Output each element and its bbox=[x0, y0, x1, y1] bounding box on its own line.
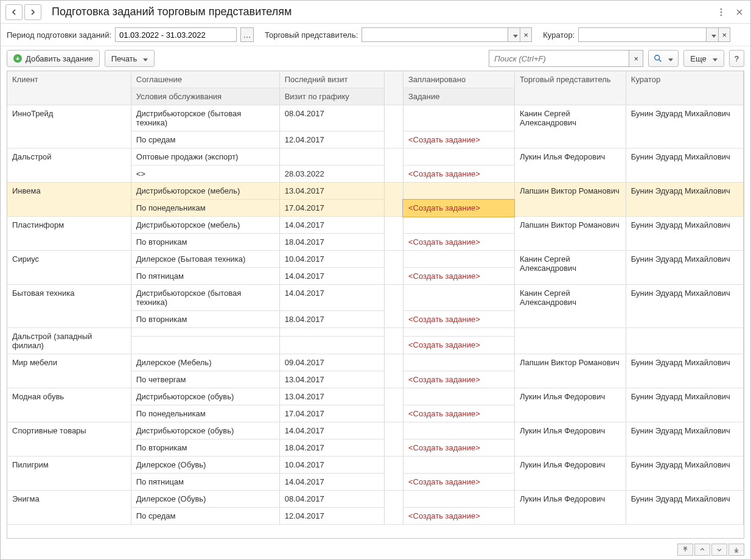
cell[interactable] bbox=[403, 285, 514, 311]
cell[interactable] bbox=[385, 422, 403, 457]
forward-button[interactable] bbox=[24, 4, 41, 20]
col-curator[interactable]: Куратор bbox=[626, 71, 743, 105]
cell[interactable]: Модная обувь bbox=[7, 388, 131, 422]
cell[interactable]: Бунин Эдуард Михайлович bbox=[626, 285, 743, 328]
cell[interactable]: 09.04.2017 bbox=[279, 354, 385, 371]
cell[interactable]: Дальстрой (западный филиал) bbox=[7, 328, 131, 354]
cell[interactable] bbox=[626, 328, 743, 354]
back-button[interactable] bbox=[5, 4, 23, 20]
cell[interactable]: 08.04.2017 bbox=[279, 491, 385, 508]
create-task-link[interactable]: <Создать задание> bbox=[403, 508, 514, 525]
table-row[interactable]: ПилигримДилерское (Обувь)10.04.2017Лукин… bbox=[7, 457, 744, 474]
create-task-link[interactable]: <Создать задание> bbox=[403, 439, 514, 457]
create-task-link[interactable]: <Создать задание> bbox=[403, 131, 514, 149]
cell[interactable]: Дистрибьюторское (бытовая техника) bbox=[131, 285, 279, 311]
cell[interactable]: Дистрибьюторское (бытовая техника) bbox=[131, 105, 279, 131]
cell[interactable]: Лукин Илья Федорович bbox=[514, 457, 626, 491]
cell[interactable]: 17.04.2017 bbox=[279, 200, 385, 217]
create-task-link[interactable]: <Создать задание> bbox=[403, 405, 514, 422]
cell[interactable]: 14.04.2017 bbox=[279, 217, 385, 234]
cell[interactable] bbox=[403, 183, 514, 200]
col-rep[interactable]: Торговый представитель bbox=[514, 71, 626, 105]
cell[interactable]: По понедельникам bbox=[131, 405, 279, 422]
cell[interactable] bbox=[403, 457, 514, 474]
cell[interactable]: По пятницам bbox=[131, 268, 279, 285]
cell[interactable]: 28.03.2022 bbox=[279, 166, 385, 183]
cell[interactable]: 14.04.2017 bbox=[279, 422, 385, 439]
cell[interactable]: Бунин Эдуард Михайлович bbox=[626, 491, 743, 525]
cell[interactable] bbox=[279, 336, 385, 354]
cell[interactable]: По вторникам bbox=[131, 234, 279, 251]
cell[interactable]: Лукин Илья Федорович bbox=[514, 149, 626, 183]
cell[interactable]: По понедельникам bbox=[131, 200, 279, 217]
table-row[interactable]: ПластинформДистрибьюторское (мебель)14.0… bbox=[7, 217, 744, 234]
help-button[interactable]: ? bbox=[729, 50, 744, 67]
table-row[interactable]: Дальстрой (западный филиал) bbox=[7, 328, 744, 337]
cell[interactable] bbox=[385, 285, 403, 328]
curator-combo-input[interactable] bbox=[578, 27, 706, 42]
cell[interactable]: 13.04.2017 bbox=[279, 388, 385, 405]
cell[interactable]: Лапшин Виктор Романович bbox=[514, 183, 626, 217]
cell[interactable] bbox=[403, 388, 514, 405]
cell[interactable] bbox=[403, 328, 514, 337]
cell[interactable] bbox=[131, 328, 279, 337]
cell[interactable]: Лапшин Виктор Романович bbox=[514, 217, 626, 251]
create-task-link[interactable]: <Создать задание> bbox=[403, 200, 514, 217]
create-task-link[interactable]: <Создать задание> bbox=[403, 234, 514, 251]
cell[interactable]: Энигма bbox=[7, 491, 131, 525]
cell[interactable]: Мир мебели bbox=[7, 354, 131, 388]
cell[interactable]: Бунин Эдуард Михайлович bbox=[626, 149, 743, 183]
col-last-visit[interactable]: Последний визит bbox=[279, 71, 385, 88]
cell[interactable]: Дилерское (Мебель) bbox=[131, 354, 279, 371]
cell[interactable]: Дистрибьюторское (мебель) bbox=[131, 217, 279, 234]
cell[interactable]: <> bbox=[131, 166, 279, 183]
search-input[interactable] bbox=[489, 50, 629, 67]
cell[interactable] bbox=[385, 105, 403, 149]
cell[interactable]: 14.04.2017 bbox=[279, 285, 385, 311]
cell[interactable] bbox=[279, 328, 385, 337]
search-button[interactable] bbox=[648, 50, 679, 67]
more-button[interactable]: Еще bbox=[683, 50, 724, 67]
create-task-link[interactable]: <Создать задание> bbox=[403, 166, 514, 183]
cell[interactable]: Сириус bbox=[7, 251, 131, 285]
curator-combo-dropdown[interactable] bbox=[706, 27, 718, 42]
cell[interactable] bbox=[385, 251, 403, 285]
create-task-link[interactable]: <Создать задание> bbox=[403, 336, 514, 354]
cell[interactable]: Бунин Эдуард Михайлович bbox=[626, 217, 743, 251]
cell[interactable]: 18.04.2017 bbox=[279, 439, 385, 457]
nav-first-button[interactable] bbox=[677, 544, 693, 556]
rep-combo-clear[interactable]: × bbox=[520, 27, 532, 42]
cell[interactable] bbox=[385, 149, 403, 183]
cell[interactable]: Оптовые продажи (экспорт) bbox=[131, 149, 279, 166]
rep-combo-input[interactable] bbox=[362, 27, 508, 42]
cell[interactable]: Канин Сергей Александрович bbox=[514, 251, 626, 285]
cell[interactable]: Бытовая техника bbox=[7, 285, 131, 328]
cell[interactable]: Спортивные товары bbox=[7, 422, 131, 457]
cell[interactable] bbox=[403, 105, 514, 131]
cell[interactable]: Лукин Илья Федорович bbox=[514, 388, 626, 422]
cell[interactable]: Бунин Эдуард Михайлович bbox=[626, 354, 743, 388]
create-task-link[interactable]: <Создать задание> bbox=[403, 371, 514, 388]
cell[interactable]: 10.04.2017 bbox=[279, 251, 385, 268]
cell[interactable] bbox=[385, 457, 403, 491]
table-row[interactable]: ДальстройОптовые продажи (экспорт)Лукин … bbox=[7, 149, 744, 166]
cell[interactable] bbox=[385, 183, 403, 217]
table-row[interactable]: Модная обувьДистрибьюторское (обувь)13.0… bbox=[7, 388, 744, 405]
cell[interactable]: По вторникам bbox=[131, 439, 279, 457]
cell[interactable] bbox=[403, 217, 514, 234]
cell[interactable]: Дилерское (Бытовая техника) bbox=[131, 251, 279, 268]
cell[interactable]: Дистрибьюторское (обувь) bbox=[131, 422, 279, 439]
cell[interactable]: По вторникам bbox=[131, 311, 279, 328]
cell[interactable]: Бунин Эдуард Михайлович bbox=[626, 457, 743, 491]
cell[interactable]: Канин Сергей Александрович bbox=[514, 285, 626, 328]
table-row[interactable]: Спортивные товарыДистрибьюторское (обувь… bbox=[7, 422, 744, 439]
create-task-link[interactable]: <Создать задание> bbox=[403, 311, 514, 328]
cell[interactable]: 14.04.2017 bbox=[279, 268, 385, 285]
cell[interactable] bbox=[403, 491, 514, 508]
cell[interactable]: Бунин Эдуард Михайлович bbox=[626, 105, 743, 149]
col-agreement[interactable]: Соглашение bbox=[131, 71, 279, 88]
cell[interactable]: Дальстрой bbox=[7, 149, 131, 183]
cell[interactable]: Лукин Илья Федорович bbox=[514, 491, 626, 525]
curator-combo-clear[interactable]: × bbox=[718, 27, 730, 42]
cell[interactable]: 17.04.2017 bbox=[279, 405, 385, 422]
